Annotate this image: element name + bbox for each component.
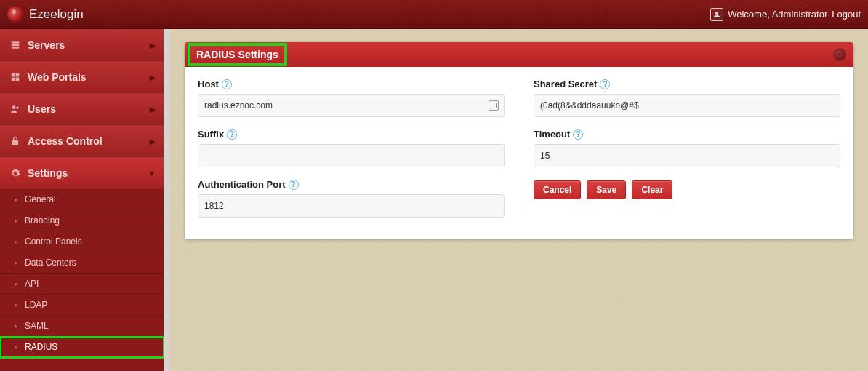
help-icon[interactable]: ? [222,79,232,89]
sidebar-item-label: Users [28,103,56,115]
timeout-field: Timeout ? [534,129,840,167]
autofill-icon[interactable] [489,100,499,111]
timeout-input[interactable] [534,144,840,167]
users-icon [10,104,20,114]
sub-item-label: API [25,279,39,289]
welcome-text: Welcome, Administrator [728,9,827,20]
host-label: Host ? [198,79,505,89]
auth-port-label: Authentication Port ? [198,179,505,190]
chevron-right-icon: ▶ [150,105,156,113]
gears-icon [10,168,20,178]
user-avatar-icon [710,8,723,21]
sub-item-label: General [25,194,56,204]
svg-rect-6 [16,78,20,81]
sub-item-saml[interactable]: SAML [0,316,164,337]
sidebar-item-web-portals[interactable]: Web Portals ▶ [0,61,164,93]
chevron-right-icon: ▶ [150,137,156,145]
servers-icon [10,40,20,50]
sub-item-label: Branding [25,215,60,226]
brand: Ezeelogin [7,7,84,23]
settings-submenu: General Branding Control Panels Data Cen… [0,189,164,358]
timeout-label: Timeout ? [534,129,840,140]
sub-item-label: SAML [25,321,49,331]
logout-link[interactable]: Logout [832,9,861,20]
svg-point-7 [12,105,16,109]
sub-item-data-centers[interactable]: Data Centers [0,252,164,274]
radius-settings-panel: RADIUS Settings Host ? [185,42,853,239]
sidebar: Servers ▶ Web Portals ▶ Users ▶ Access C… [0,29,164,371]
sub-item-ldap[interactable]: LDAP [0,295,164,316]
content-area: RADIUS Settings Host ? [164,29,868,371]
auth-port-field: Authentication Port ? [198,179,505,218]
panel-collapse-button[interactable] [833,48,846,61]
main-layout: Servers ▶ Web Portals ▶ Users ▶ Access C… [0,29,868,371]
sub-item-label: Control Panels [25,236,82,247]
svg-rect-4 [16,73,20,77]
sidebar-item-label: Servers [28,39,65,51]
chevron-down-icon: ▼ [148,169,156,177]
help-icon[interactable]: ? [600,79,610,89]
sub-item-control-panels[interactable]: Control Panels [0,231,164,252]
save-button[interactable]: Save [587,180,626,199]
chevron-right-icon: ▶ [150,41,156,49]
sub-item-label: LDAP [25,300,47,310]
right-column: Shared Secret ? Timeout ? Cancel [534,79,840,218]
brand-logo-icon [7,7,23,23]
shared-secret-input[interactable] [534,94,840,117]
help-icon[interactable]: ? [573,129,583,140]
panel-header: RADIUS Settings [185,42,853,67]
shared-secret-label: Shared Secret ? [534,79,840,89]
sidebar-item-label: Access Control [28,135,103,147]
suffix-input[interactable] [198,144,505,167]
sub-item-branding[interactable]: Branding [0,210,164,231]
brand-name: Ezeelogin [29,7,84,22]
sidebar-item-settings[interactable]: Settings ▼ [0,157,164,189]
header-user-area: Welcome, Administrator Logout [710,8,861,21]
suffix-field: Suffix ? [198,129,505,167]
chevron-down-icon [836,51,843,58]
sidebar-item-label: Web Portals [28,71,87,83]
sub-item-general[interactable]: General [0,189,164,210]
help-icon[interactable]: ? [289,180,299,190]
svg-rect-3 [12,73,15,77]
sub-item-radius[interactable]: RADIUS [0,337,164,358]
app-header: Ezeelogin Welcome, Administrator Logout [0,0,868,29]
panel-title: RADIUS Settings [192,47,283,62]
sidebar-item-label: Settings [28,167,68,179]
help-icon[interactable]: ? [227,129,237,140]
sub-item-api[interactable]: API [0,274,164,295]
sub-item-label: RADIUS [25,342,57,352]
left-column: Host ? Suffix ? [198,79,505,218]
svg-rect-5 [12,78,15,81]
panel-body: Host ? Suffix ? [185,67,853,239]
shared-secret-field: Shared Secret ? [534,79,840,117]
button-row: Cancel Save Clear [534,180,840,199]
svg-rect-0 [12,41,20,43]
clear-button[interactable]: Clear [632,180,672,199]
sub-item-label: Data Centers [25,258,76,268]
sidebar-item-servers[interactable]: Servers ▶ [0,29,164,61]
sidebar-item-access-control[interactable]: Access Control ▶ [0,125,164,157]
host-field: Host ? [198,79,505,117]
host-input[interactable] [198,94,505,117]
grid-icon [10,72,20,82]
auth-port-input[interactable] [198,194,505,218]
cancel-button[interactable]: Cancel [534,180,581,199]
sidebar-item-users[interactable]: Users ▶ [0,93,164,125]
svg-rect-2 [12,47,20,48]
chevron-right-icon: ▶ [150,73,156,81]
svg-rect-1 [12,44,20,46]
suffix-label: Suffix ? [198,129,505,140]
lock-icon [10,136,20,146]
svg-point-8 [16,107,19,110]
